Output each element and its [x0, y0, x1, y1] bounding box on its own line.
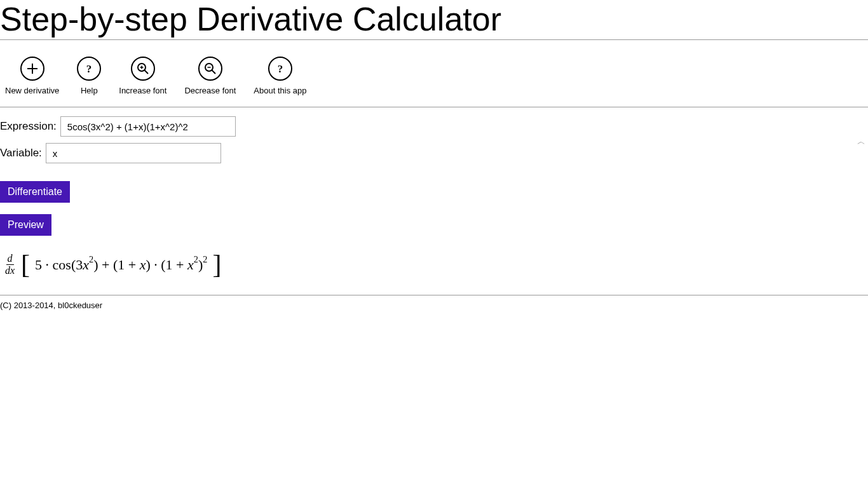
decrease-font-label: Decrease font [184, 86, 236, 95]
bracket-left: [ [21, 254, 30, 276]
variable-input[interactable] [46, 143, 221, 163]
svg-line-8 [212, 71, 215, 74]
expression-input[interactable] [60, 116, 236, 137]
new-derivative-label: New derivative [5, 86, 59, 95]
question-icon: ? [268, 57, 292, 81]
increase-font-label: Increase font [119, 86, 166, 95]
about-label: About this app [254, 86, 306, 95]
svg-text:?: ? [86, 63, 92, 75]
ddx-fraction: d dx [4, 254, 16, 276]
svg-text:?: ? [278, 63, 283, 75]
decrease-font-button[interactable]: Decrease font [184, 57, 236, 95]
differentiate-button[interactable]: Differentiate [0, 181, 70, 203]
math-expression: 5 · cos(3x2) + (1 + x) · (1 + x2)2 [35, 256, 207, 273]
main-content: Expression: Variable: Differentiate Prev… [0, 107, 868, 276]
toolbar: New derivative ? Help Increase font Decr… [0, 40, 868, 107]
preview-button[interactable]: Preview [0, 214, 51, 236]
zoom-out-icon [198, 57, 222, 81]
page-title: Step-by-step Derivative Calculator [0, 0, 868, 39]
increase-font-button[interactable]: Increase font [119, 57, 166, 95]
bracket-right: ] [212, 254, 221, 276]
help-button[interactable]: ? Help [77, 57, 101, 95]
variable-label: Variable: [0, 147, 42, 159]
zoom-in-icon [131, 57, 155, 81]
new-derivative-button[interactable]: New derivative [5, 57, 59, 95]
scroll-up-arrow[interactable]: ︿ [857, 136, 865, 147]
copyright-footer: (C) 2013-2014, bl0ckeduser [0, 295, 868, 315]
help-label: Help [81, 86, 98, 95]
about-button[interactable]: ? About this app [254, 57, 306, 95]
svg-line-4 [144, 71, 148, 74]
plus-icon [20, 57, 44, 81]
question-icon: ? [77, 57, 101, 81]
expression-label: Expression: [0, 120, 57, 133]
math-preview: d dx [ 5 · cos(3x2) + (1 + x) · (1 + x2)… [4, 254, 868, 276]
